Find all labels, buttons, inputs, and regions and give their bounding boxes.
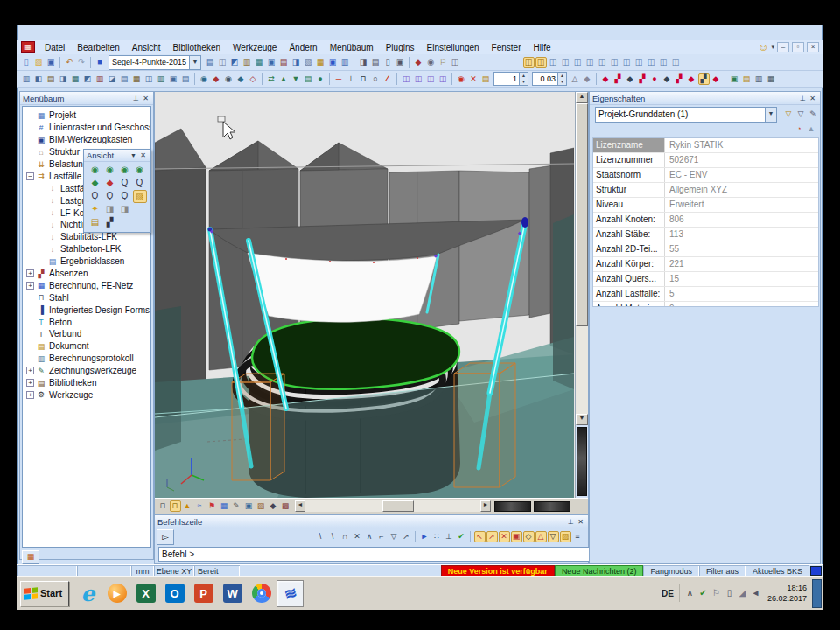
send-icon[interactable]: ▲ bbox=[806, 123, 817, 135]
tree-item[interactable]: +⚙Werkzeuge bbox=[23, 388, 150, 401]
move-icon[interactable]: ⇄ bbox=[266, 74, 277, 85]
named-sel-icon[interactable]: ▣ bbox=[168, 74, 179, 85]
rotate-icon[interactable]: ▼ bbox=[290, 74, 302, 85]
edit-property-icon[interactable]: ✎ bbox=[808, 108, 819, 120]
close-panel-icon[interactable]: ✕ bbox=[141, 94, 150, 102]
dot-grid-icon[interactable]: ∷ bbox=[431, 531, 443, 542]
menubaum-titlebar[interactable]: Menübaum ⊥ ✕ bbox=[20, 92, 153, 105]
cursor-snap-icon[interactable]: ► bbox=[419, 531, 430, 542]
property-value[interactable]: EC - ENV bbox=[665, 168, 818, 182]
clipping-box-icon[interactable]: ▤ bbox=[88, 216, 102, 229]
outlook-icon[interactable]: O bbox=[161, 580, 188, 607]
document-icon[interactable]: ▤ bbox=[278, 57, 290, 68]
viewpane-icon[interactable]: ◫ bbox=[425, 74, 437, 85]
property-row[interactable]: StaatsnormEC - ENV bbox=[593, 168, 818, 183]
project-icon[interactable]: ▤ bbox=[205, 57, 216, 68]
chevron-down-icon[interactable]: ▾ bbox=[771, 44, 774, 51]
close-project-icon[interactable]: ■ bbox=[94, 57, 106, 68]
extend-icon[interactable]: ↗ bbox=[401, 531, 412, 542]
calc-icon[interactable]: ▣ bbox=[327, 57, 339, 68]
property-row[interactable]: NiveauErweitert bbox=[593, 198, 818, 213]
combobox-arrow-icon[interactable]: ▼ bbox=[765, 108, 776, 122]
tree-item[interactable]: +✎Zeichnungswerkzeuge bbox=[23, 365, 150, 377]
snap-node-icon[interactable]: ▣ bbox=[511, 531, 522, 542]
tree-item[interactable]: ▥Berechnungsprotokoll bbox=[23, 353, 150, 365]
view-axo-icon[interactable]: ◆ bbox=[88, 177, 102, 190]
layer-select-icon[interactable]: ◩ bbox=[82, 74, 94, 85]
gallery-icon[interactable]: ▣ bbox=[266, 57, 277, 68]
delete-icon[interactable]: ✕ bbox=[468, 74, 480, 85]
color-icon[interactable]: ◆ bbox=[413, 57, 424, 68]
view-window-icon[interactable]: ◫ bbox=[621, 57, 633, 68]
menu-item[interactable]: Hilfe bbox=[527, 43, 556, 52]
property-value[interactable]: 221 bbox=[665, 257, 818, 271]
viewpane-icon[interactable]: ◫ bbox=[413, 74, 424, 85]
tree-item[interactable]: +▤Bibliotheken bbox=[23, 377, 150, 389]
expand-icon[interactable]: + bbox=[26, 367, 34, 374]
library-icon[interactable]: ▦ bbox=[315, 57, 326, 68]
hinge-icon[interactable]: ▞ bbox=[698, 74, 710, 85]
power-icon[interactable]: ▯ bbox=[723, 588, 735, 599]
property-row[interactable]: Anzahl Knoten:806 bbox=[593, 213, 818, 228]
vertical-scroll-thumb[interactable] bbox=[576, 103, 588, 326]
filter-new-icon[interactable]: ▽ bbox=[783, 108, 794, 120]
redo-icon[interactable]: ↷ bbox=[76, 57, 88, 68]
horizontal-scrollbar[interactable] bbox=[305, 500, 480, 512]
new-file-icon[interactable]: ▯ bbox=[21, 57, 32, 68]
render-icon[interactable]: ◉ bbox=[425, 57, 437, 68]
mirror-icon[interactable]: ▤ bbox=[303, 74, 314, 85]
property-row[interactable]: Anzahl Lastfälle:5 bbox=[593, 287, 818, 302]
accept-icon[interactable]: ▤ bbox=[480, 74, 492, 85]
selection-cursor-button[interactable]: ▻ bbox=[157, 529, 174, 545]
copy-view-icon[interactable]: ◨ bbox=[118, 203, 132, 216]
results-icon[interactable]: ▤ bbox=[741, 74, 752, 85]
select-cut-icon[interactable]: ◨ bbox=[58, 74, 69, 85]
spinner-icon[interactable]: ▲▼ bbox=[557, 73, 566, 85]
bks-color-swatch[interactable] bbox=[810, 566, 822, 576]
clipboard-icon[interactable]: ▦ bbox=[131, 74, 143, 85]
tree-item[interactable]: ▤Ergebnisklassen bbox=[23, 256, 150, 268]
surface-icon[interactable]: ● bbox=[649, 74, 661, 85]
model-icon[interactable]: ▣ bbox=[729, 74, 740, 85]
tree-item[interactable]: +▞Absenzen bbox=[23, 268, 150, 280]
snap-ortho-icon[interactable]: ◇ bbox=[523, 531, 535, 542]
beam-icon[interactable]: ▞ bbox=[612, 74, 624, 85]
snap-ok-icon[interactable]: ✔ bbox=[456, 531, 467, 542]
dim-icon[interactable]: ◆ bbox=[211, 74, 222, 85]
property-row[interactable]: Anzahl 2D-Tei...55 bbox=[593, 242, 818, 257]
node-label-icon[interactable]: ◆ bbox=[625, 74, 636, 85]
view-window-icon[interactable]: ◫ bbox=[670, 57, 682, 68]
activity-icon[interactable]: ◩ bbox=[229, 57, 241, 68]
circle-icon[interactable]: ○ bbox=[370, 74, 382, 85]
menu-item[interactable]: Datei bbox=[38, 43, 71, 52]
snap-surface-icon[interactable]: ▨ bbox=[560, 531, 571, 542]
property-selector-combobox[interactable]: Projekt-Grunddaten (1) ▼ bbox=[595, 107, 777, 122]
collapse-icon[interactable]: − bbox=[26, 172, 34, 180]
props-sel-icon[interactable]: ▤ bbox=[180, 74, 192, 85]
powerpoint-icon[interactable]: P bbox=[190, 580, 217, 607]
property-row[interactable]: Anzahl Quers...15 bbox=[593, 272, 818, 287]
view-window-icon[interactable]: ◫ bbox=[536, 57, 547, 68]
render-mode-icon[interactable]: ▨ bbox=[133, 190, 147, 203]
angle-draw-icon[interactable]: ∠ bbox=[382, 74, 394, 85]
viewpane-icon[interactable]: ◫ bbox=[438, 74, 449, 85]
start-button[interactable]: Start bbox=[20, 581, 69, 606]
node-icon[interactable]: ◆ bbox=[600, 74, 612, 85]
flag-icon[interactable]: ⚐ bbox=[438, 57, 449, 68]
bim-icon[interactable]: ▥ bbox=[242, 57, 253, 68]
annotate-icon[interactable]: ✎ bbox=[231, 500, 242, 512]
chrome-icon[interactable] bbox=[248, 580, 275, 607]
save-icon[interactable]: ▣ bbox=[46, 57, 57, 68]
chevron-down-icon[interactable]: ▼ bbox=[129, 152, 138, 158]
pin-icon[interactable]: ⊥ bbox=[798, 94, 808, 102]
select-icon[interactable]: ▥ bbox=[21, 74, 32, 85]
parallel-icon[interactable]: ⊓ bbox=[358, 74, 369, 85]
project-combobox[interactable]: Segel-4-Punkte-2015 ▼ bbox=[108, 55, 201, 70]
scroll-up-icon[interactable]: ▲ bbox=[576, 92, 588, 103]
view-back-icon[interactable]: ◉ bbox=[103, 164, 117, 177]
view-window-icon[interactable]: ◫ bbox=[584, 57, 596, 68]
tree-item[interactable]: ▐Integriertes Design Forms bbox=[23, 304, 150, 316]
grid-icon[interactable]: ▦ bbox=[219, 500, 230, 512]
menu-item[interactable]: Einstellungen bbox=[421, 43, 486, 52]
local-axes-icon[interactable]: ◆ bbox=[710, 74, 722, 85]
